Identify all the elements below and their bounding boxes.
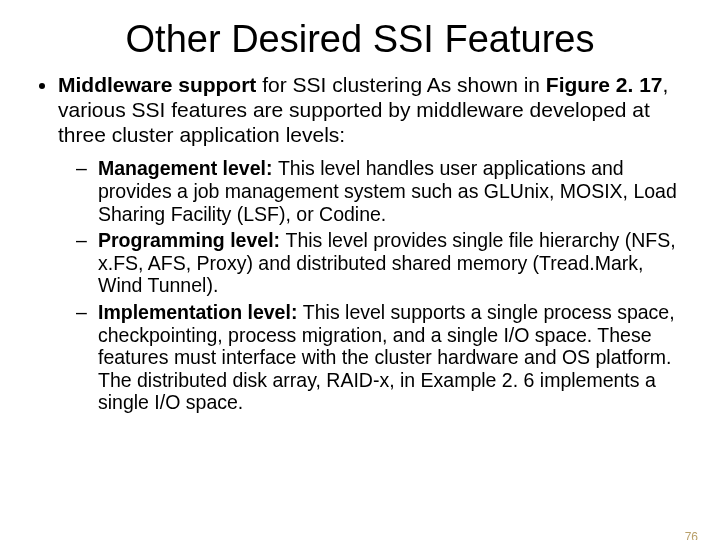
slide-title: Other Desired SSI Features <box>0 18 720 61</box>
sub-item-implementation: Implementation level: This level support… <box>98 301 686 414</box>
slide-body: Middleware support for SSI clustering As… <box>0 73 720 414</box>
sub-item-programming: Programming level: This level provides s… <box>98 229 686 297</box>
lead-bold: Middleware support <box>58 73 262 96</box>
lead-rest: for SSI clustering As shown in <box>262 73 546 96</box>
top-list: Middleware support for SSI clustering As… <box>34 73 686 414</box>
sub-item-management: Management level: This level handles use… <box>98 157 686 225</box>
page-number: 76 <box>685 530 698 540</box>
top-bullet: Middleware support for SSI clustering As… <box>58 73 686 414</box>
sub-label: Implementation level: <box>98 301 303 323</box>
sub-label: Programming level: <box>98 229 285 251</box>
sub-list: Management level: This level handles use… <box>58 157 686 414</box>
figure-ref: Figure 2. 17 <box>546 73 663 96</box>
sub-label: Management level: <box>98 157 278 179</box>
slide: Other Desired SSI Features Middleware su… <box>0 18 720 540</box>
